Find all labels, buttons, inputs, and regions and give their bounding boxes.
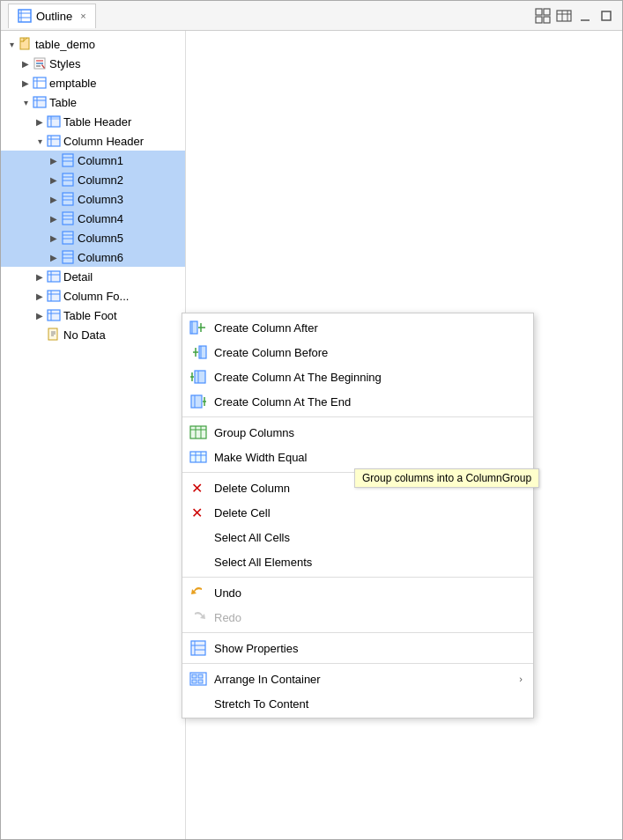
table-foot-icon: [47, 308, 61, 322]
expand-col5[interactable]: ▶: [47, 231, 61, 245]
svg-rect-65: [190, 321, 197, 334]
titlebar: Outline ×: [1, 1, 622, 31]
expand-table-header[interactable]: ▶: [33, 114, 47, 129]
col4-label: Column4: [78, 212, 123, 225]
separator-5: [182, 663, 533, 664]
tree-item-column6[interactable]: ▶ Column6: [1, 247, 185, 267]
svg-rect-98: [192, 680, 197, 683]
menu-delete-cell[interactable]: ✕ Delete Cell: [182, 500, 533, 525]
svg-rect-5: [544, 9, 550, 15]
col6-icon: [61, 250, 75, 264]
menu-undo[interactable]: Undo: [182, 580, 533, 605]
width-equal-icon: [189, 448, 207, 466]
outline-tab[interactable]: Outline ×: [8, 4, 96, 28]
tree-item-column-header[interactable]: ▾ Column Header: [1, 131, 185, 151]
svg-rect-85: [190, 452, 206, 462]
col4-icon: [61, 211, 75, 225]
menu-arrange-container[interactable]: Arrange In Container ›: [182, 667, 533, 691]
expand-col4[interactable]: ▶: [47, 211, 61, 225]
redo-icon: [189, 608, 207, 626]
create-column-end-label: Create Column At The End: [214, 395, 523, 409]
col-end-icon: [189, 393, 207, 410]
tree-item-column4[interactable]: ▶ Column4: [1, 209, 185, 228]
emptable-label: emptable: [49, 77, 96, 90]
separator-3: [182, 577, 533, 578]
menu-redo: Redo: [182, 605, 533, 630]
arrange-icon-btn[interactable]: [534, 7, 552, 25]
undo-icon: [189, 584, 207, 601]
separator-4: [182, 632, 533, 633]
maximize-button[interactable]: [597, 7, 615, 25]
menu-stretch-content[interactable]: Stretch To Content: [182, 691, 533, 716]
table-label: Table: [49, 96, 77, 109]
col1-icon: [61, 153, 75, 167]
menu-select-all-cells[interactable]: Select All Cells: [182, 525, 533, 549]
tree-item-root[interactable]: ▾ table_demo: [1, 34, 185, 54]
tree-item-table-header[interactable]: ▶ Table Header: [1, 112, 185, 131]
select-all-elements-icon: [189, 553, 207, 571]
group-col-icon: [189, 424, 207, 441]
expand-table[interactable]: ▾: [19, 95, 33, 109]
svg-rect-81: [190, 426, 206, 438]
outline-tab-label: Outline: [36, 10, 72, 23]
expand-column-header[interactable]: ▾: [33, 134, 47, 148]
col-footer-icon: [47, 289, 61, 303]
tooltip: Group columns into a ColumnGroup: [354, 468, 539, 488]
arrange-container-icon: [189, 670, 207, 688]
menu-create-column-end[interactable]: Create Column At The End: [182, 389, 533, 414]
context-menu: Create Column After Create Column Before…: [182, 313, 534, 718]
table-view-icon-btn[interactable]: [555, 7, 573, 25]
expand-col-footer[interactable]: ▶: [33, 289, 47, 303]
col2-label: Column2: [78, 173, 123, 187]
col3-label: Column3: [78, 193, 123, 206]
expand-styles[interactable]: ▶: [19, 56, 33, 70]
properties-icon: [189, 639, 207, 657]
tree-panel: ▾ table_demo ▶ Styles ▶ empta: [1, 31, 186, 839]
svg-rect-58: [48, 310, 60, 321]
redo-label: Redo: [214, 611, 523, 624]
minimize-button[interactable]: [576, 7, 594, 25]
menu-create-column-before[interactable]: Create Column Before: [182, 340, 533, 365]
close-tab-button[interactable]: ×: [80, 11, 85, 21]
no-data-icon: [47, 328, 61, 342]
no-data-label: No Data: [63, 328, 106, 342]
menu-select-all-elements[interactable]: Select All Elements: [182, 549, 533, 574]
tree-item-column1[interactable]: ▶ Column1: [1, 151, 185, 170]
show-properties-label: Show Properties: [214, 642, 523, 655]
tooltip-text: Group columns into a ColumnGroup: [362, 472, 531, 484]
tree-item-detail[interactable]: ▶ Detail: [1, 267, 185, 286]
menu-create-column-after[interactable]: Create Column After: [182, 315, 533, 340]
expand-table-foot[interactable]: ▶: [33, 308, 47, 322]
tree-item-table-foot[interactable]: ▶ Table Foot: [1, 306, 185, 325]
tree-item-column3[interactable]: ▶ Column3: [1, 189, 185, 209]
col6-label: Column6: [78, 251, 123, 264]
expand-detail[interactable]: ▶: [33, 269, 47, 284]
expand-col2[interactable]: ▶: [47, 173, 61, 187]
svg-text:✕: ✕: [191, 481, 203, 496]
expand-col1[interactable]: ▶: [47, 153, 61, 167]
tree-item-styles[interactable]: ▶ Styles: [1, 54, 185, 73]
create-column-before-label: Create Column Before: [214, 346, 523, 359]
menu-make-width-equal[interactable]: Make Width Equal: [182, 445, 533, 469]
svg-rect-34: [63, 154, 73, 166]
menu-group-columns[interactable]: Group Columns: [182, 420, 533, 445]
menu-show-properties[interactable]: Show Properties: [182, 636, 533, 660]
expand-col6[interactable]: ▶: [47, 250, 61, 264]
tree-item-column-footer[interactable]: ▶ Column Fo...: [1, 286, 185, 306]
group-columns-label: Group Columns: [214, 426, 523, 439]
create-column-beginning-label: Create Column At The Beginning: [214, 371, 523, 384]
menu-create-column-beginning[interactable]: Create Column At The Beginning: [182, 365, 533, 389]
svg-rect-43: [63, 212, 73, 225]
expand-emptable[interactable]: ▶: [19, 76, 33, 90]
expand-root[interactable]: ▾: [4, 37, 19, 51]
select-all-elements-label: Select All Elements: [214, 556, 523, 569]
col3-icon: [61, 192, 75, 206]
tree-item-emptable[interactable]: ▶ emptable: [1, 73, 185, 92]
tree-item-column2[interactable]: ▶ Column2: [1, 170, 185, 189]
titlebar-right: [534, 7, 615, 25]
tree-item-column5[interactable]: ▶ Column5: [1, 228, 185, 247]
tree-item-no-data[interactable]: No Data: [1, 325, 185, 344]
detail-icon: [47, 269, 61, 284]
expand-col3[interactable]: ▶: [47, 192, 61, 206]
tree-item-table[interactable]: ▾ Table: [1, 92, 185, 112]
